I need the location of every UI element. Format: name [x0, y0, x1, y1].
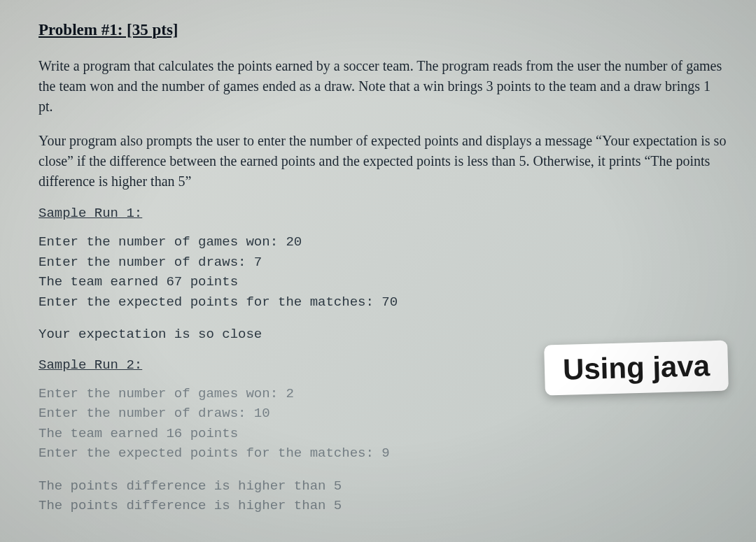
problem-description-1: Write a program that calculates the poin… [38, 56, 728, 117]
sample-run-2-io: Enter the number of games won: 2 Enter t… [38, 384, 728, 464]
problem-description-2: Your program also prompts the user to en… [38, 131, 728, 192]
sample-run-2-output: The points difference is higher than 5 T… [38, 476, 728, 516]
language-note-text: Using java [562, 349, 710, 385]
language-note-box: Using java [544, 341, 729, 396]
problem-document: Problem #1: [35 pts] Write a program tha… [38, 21, 728, 516]
sample-run-1-heading: Sample Run 1: [38, 206, 728, 221]
problem-title: Problem #1: [35 pts] [38, 21, 728, 39]
sample-run-1-output: Your expectation is so close [38, 325, 728, 345]
sample-run-1-io: Enter the number of games won: 20 Enter … [38, 232, 728, 312]
